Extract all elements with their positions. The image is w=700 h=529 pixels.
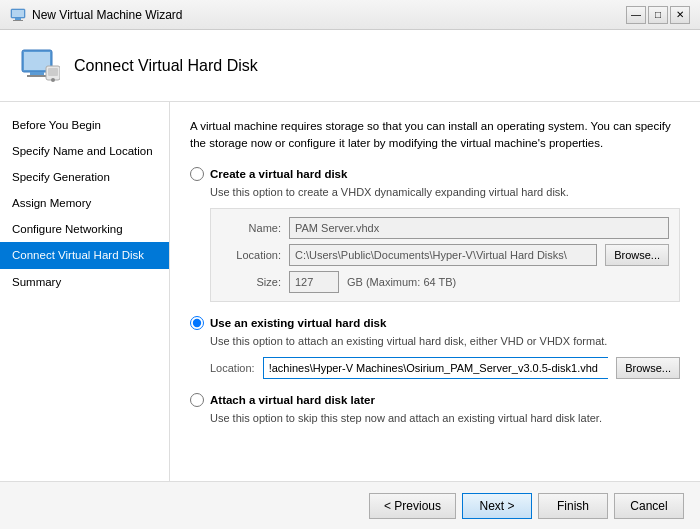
size-label: Size: [221,276,281,288]
wizard-header-icon [20,46,60,86]
radio-create-new-label[interactable]: Create a virtual hard disk [190,167,680,181]
previous-button[interactable]: < Previous [369,493,456,519]
sidebar: Before You Begin Specify Name and Locati… [0,102,170,481]
sidebar-item-specify-name[interactable]: Specify Name and Location [0,138,169,164]
sidebar-item-configure-networking[interactable]: Configure Networking [0,216,169,242]
title-bar-left: New Virtual Machine Wizard [10,7,183,23]
radio-use-existing-label[interactable]: Use an existing virtual hard disk [190,316,680,330]
size-row: Size: document.currentScript.previousEle… [221,271,669,293]
location-row-create: Location: document.currentScript.previou… [221,244,669,266]
sidebar-item-before-you-begin[interactable]: Before You Begin [0,112,169,138]
name-row: Name: document.currentScript.previousEle… [221,217,669,239]
create-new-description: Use this option to create a VHDX dynamic… [210,185,680,200]
attach-later-description: Use this option to skip this step now an… [210,411,680,426]
location-row-existing: Location: document.currentScript.previou… [210,357,680,379]
name-input[interactable] [289,217,669,239]
intro-text: A virtual machine requires storage so th… [190,118,680,153]
wizard-header: Connect Virtual Hard Disk [0,30,700,102]
option-use-existing: Use an existing virtual hard disk Use th… [190,316,680,379]
sidebar-item-specify-generation[interactable]: Specify Generation [0,164,169,190]
svg-rect-7 [27,75,47,77]
finish-button[interactable]: Finish [538,493,608,519]
name-label: Name: [221,222,281,234]
radio-attach-later[interactable] [190,393,204,407]
minimize-button[interactable]: — [626,6,646,24]
wizard-window: New Virtual Machine Wizard — □ ✕ Connect… [0,0,700,529]
title-bar: New Virtual Machine Wizard — □ ✕ [0,0,700,30]
close-button[interactable]: ✕ [670,6,690,24]
cancel-button[interactable]: Cancel [614,493,684,519]
location-label-create: Location: [221,249,281,261]
option-attach-later: Attach a virtual hard disk later Use thi… [190,393,680,426]
next-button[interactable]: Next > [462,493,532,519]
option-create-new: Create a virtual hard disk Use this opti… [190,167,680,302]
location-input-existing[interactable] [263,357,608,379]
svg-rect-9 [48,68,58,76]
svg-rect-6 [30,72,44,75]
use-existing-description: Use this option to attach an existing vi… [210,334,680,349]
svg-rect-3 [12,10,24,17]
create-new-fields: Name: document.currentScript.previousEle… [210,208,680,302]
radio-attach-later-label[interactable]: Attach a virtual hard disk later [190,393,680,407]
titlebar-icon [10,7,26,23]
footer: < Previous Next > Finish Cancel [0,481,700,529]
radio-use-existing[interactable] [190,316,204,330]
main-content: A virtual machine requires storage so th… [170,102,700,481]
sidebar-item-connect-vhd[interactable]: Connect Virtual Hard Disk [0,242,169,268]
svg-rect-2 [13,20,23,21]
wizard-body: Before You Begin Specify Name and Locati… [0,102,700,481]
maximize-button[interactable]: □ [648,6,668,24]
radio-create-new[interactable] [190,167,204,181]
wizard-page-title: Connect Virtual Hard Disk [74,57,258,75]
title-bar-controls: — □ ✕ [626,6,690,24]
svg-point-10 [51,78,55,82]
location-label-existing: Location: [210,362,255,374]
sidebar-item-assign-memory[interactable]: Assign Memory [0,190,169,216]
sidebar-item-summary[interactable]: Summary [0,269,169,295]
title-bar-text: New Virtual Machine Wizard [32,8,183,22]
browse-btn-create[interactable]: Browse... [605,244,669,266]
size-input[interactable] [289,271,339,293]
svg-rect-1 [15,18,21,20]
size-unit: GB (Maximum: 64 TB) [347,276,456,288]
browse-btn-existing[interactable]: Browse... [616,357,680,379]
location-input-create[interactable] [289,244,597,266]
